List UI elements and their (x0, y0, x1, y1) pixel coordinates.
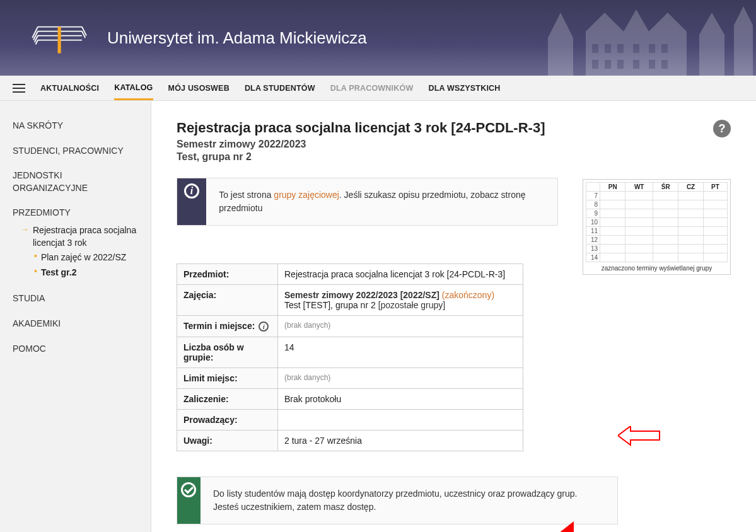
tree-course[interactable]: →Rejestracja praca socjalna licencjat 3 … (13, 223, 138, 250)
sidebar-courses[interactable]: PRZEDMIOTY (13, 207, 138, 219)
tree-current-group[interactable]: •Test gr.2 (13, 265, 138, 280)
svg-marker-10 (734, 6, 753, 25)
svg-rect-19 (617, 60, 624, 69)
main-content: ? Rejestracja praca socjalna licencjat 3… (151, 101, 756, 532)
info-icon[interactable]: i (259, 321, 269, 332)
university-logo (19, 13, 101, 63)
page-title: Rejestracja praca socjalna licencjat 3 r… (177, 120, 731, 136)
annotation-arrow-small (618, 426, 662, 451)
cell-teachers (278, 410, 523, 431)
sidebar-studies[interactable]: STUDIA (13, 292, 138, 305)
svg-rect-14 (633, 44, 639, 53)
svg-rect-1 (548, 38, 573, 76)
nav-for-students[interactable]: DLA STUDENTÓW (245, 84, 315, 93)
help-icon[interactable]: ? (713, 120, 731, 137)
page-subtitle-semester: Semestr zimowy 2022/2023 (177, 139, 731, 150)
cell-limit: (brak danych) (278, 368, 523, 389)
svg-rect-13 (617, 44, 624, 53)
sidebar-help[interactable]: POMOC (13, 343, 138, 356)
svg-rect-16 (661, 44, 668, 53)
tree-plan[interactable]: •Plan zajęć w 2022/SZ (13, 250, 138, 265)
cell-count: 14 (278, 337, 523, 368)
svg-rect-0 (58, 27, 61, 54)
svg-marker-24 (530, 521, 653, 532)
svg-rect-11 (592, 44, 598, 53)
semester-status: (zakończony) (442, 290, 494, 300)
schedule-preview[interactable]: PN WT ŚR CZ PT 7 8 9 10 11 12 13 14 zazn… (583, 179, 731, 275)
svg-rect-12 (605, 44, 611, 53)
check-icon (181, 482, 196, 497)
nav-my-usosweb[interactable]: MÓJ USOSWEB (168, 84, 230, 93)
cell-course: Rejestracja praca socjalna licencjat 3 r… (278, 264, 523, 285)
cell-classes: Semestr zimowy 2022/2023 [2022/SZ] (zako… (278, 285, 523, 316)
svg-rect-7 (699, 35, 724, 76)
info-icon: i (184, 183, 199, 199)
sidebar-dorms[interactable]: AKADEMIKI (13, 318, 138, 330)
svg-marker-4 (586, 13, 624, 32)
bullet-icon: • (34, 267, 37, 279)
svg-marker-5 (624, 9, 649, 32)
cell-time-place: (brak danych) (278, 316, 523, 337)
nav-for-staff: DLA PRACOWNIKÓW (330, 84, 414, 93)
nav-catalog[interactable]: KATALOG (114, 83, 153, 100)
svg-rect-17 (592, 60, 598, 69)
sidebar: NA SKRÓTY STUDENCI, PRACOWNICY JEDNOSTKI… (0, 101, 151, 532)
svg-marker-8 (699, 13, 724, 35)
info-box: i To jest strona grupy zajęciowej. Jeśli… (177, 178, 558, 226)
hamburger-icon[interactable] (13, 84, 25, 93)
top-nav: AKTUALNOŚCI KATALOG MÓJ USOSWEB DLA STUD… (0, 76, 756, 101)
svg-rect-20 (633, 60, 639, 69)
svg-rect-21 (649, 60, 655, 69)
banner: Uniwersytet im. Adama Mickiewicza (0, 0, 756, 76)
sidebar-units[interactable]: JEDNOSTKI ORGANIZACYJNE (13, 170, 138, 194)
building-silhouette (548, 0, 756, 76)
annotation-arrow-large (530, 518, 656, 532)
bullet-icon: • (34, 252, 37, 264)
svg-marker-6 (649, 13, 687, 32)
university-name: Uniwersytet im. Adama Mickiewicza (107, 28, 367, 48)
cell-notes: 2 tura - 27 września (278, 431, 523, 451)
arrow-icon: → (21, 224, 29, 249)
details-table: Przedmiot:Rejestracja praca socjalna lic… (177, 263, 523, 451)
access-info-box: Do listy studentów mają dostęp koordynat… (177, 477, 618, 524)
sidebar-people[interactable]: STUDENCI, PRACOWNICY (13, 145, 138, 158)
page-subtitle-group: Test, grupa nr 2 (177, 151, 731, 163)
svg-marker-23 (618, 426, 660, 445)
semester-link[interactable]: Semestr zimowy 2022/2023 [2022/SZ] (284, 290, 439, 300)
svg-rect-3 (586, 32, 687, 76)
sidebar-shortcuts[interactable]: NA SKRÓTY (13, 120, 138, 132)
nav-for-all[interactable]: DLA WSZYSTKICH (428, 84, 500, 93)
other-groups-link[interactable]: [pozostałe grupy] (378, 300, 446, 310)
svg-rect-22 (661, 60, 668, 69)
schedule-caption: zaznaczono terminy wyświetlanej grupy (586, 265, 728, 272)
group-page-link[interactable]: grupy zajęciowej (274, 190, 339, 200)
cell-grading: Brak protokołu (278, 389, 523, 410)
nav-news[interactable]: AKTUALNOŚCI (40, 84, 99, 93)
svg-rect-15 (649, 44, 655, 53)
svg-rect-18 (605, 60, 611, 69)
svg-rect-9 (734, 25, 753, 76)
svg-marker-2 (548, 13, 573, 38)
